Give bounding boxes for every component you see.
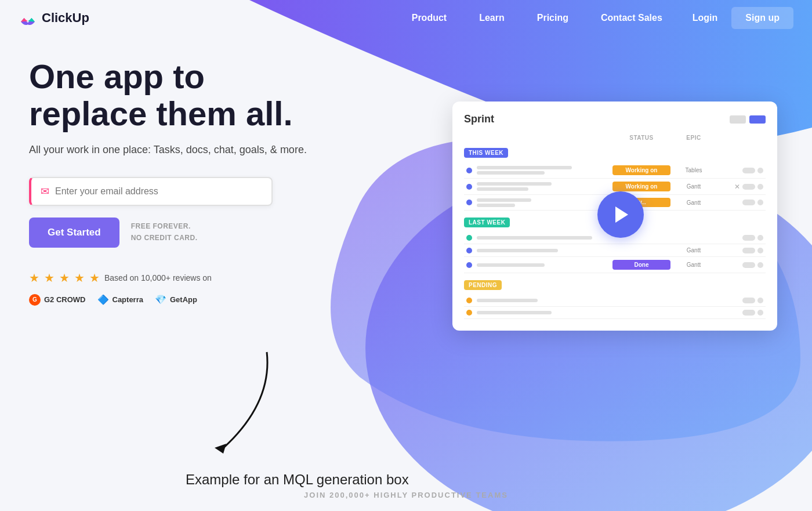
ctrl-rect-1 xyxy=(730,115,746,124)
task-dot xyxy=(466,298,472,303)
task-bar-area xyxy=(477,236,612,240)
task-row xyxy=(464,307,766,319)
task-bar-area xyxy=(477,249,612,252)
task-toggles xyxy=(717,310,763,316)
task-bar xyxy=(477,263,545,267)
task-bar xyxy=(477,204,515,207)
badge-getapp: 💎 GetApp xyxy=(155,294,197,305)
clickup-logo-icon xyxy=(19,9,37,27)
task-row: Gantt xyxy=(464,244,766,257)
task-row: Done Gantt xyxy=(464,257,766,273)
task-row: Working on Tables xyxy=(464,162,766,179)
star-4: ★ xyxy=(74,271,85,285)
task-bar xyxy=(477,311,552,314)
task-epic: Gantt xyxy=(670,200,717,206)
task-bar xyxy=(477,166,572,169)
badge-g2: G G2 CROWD xyxy=(29,294,86,306)
email-input[interactable] xyxy=(55,186,262,197)
task-toggles xyxy=(717,235,763,241)
star-5: ★ xyxy=(89,271,100,285)
section-label-thisweek: THIS WEEK xyxy=(464,148,508,158)
email-icon: ✉ xyxy=(41,185,49,198)
task-bar xyxy=(477,236,592,240)
task-bar-area xyxy=(477,263,612,267)
nav-pricing[interactable]: Pricing xyxy=(521,13,585,23)
task-dot xyxy=(466,235,472,241)
task-bar xyxy=(477,249,558,252)
nav-product[interactable]: Product xyxy=(396,13,463,23)
reviews-row: ★ ★ ★ ★ ★ Based on 10,000+ reviews on xyxy=(29,271,377,285)
hero-subtitle: All your work in one place: Tasks, docs,… xyxy=(29,144,377,156)
task-bar xyxy=(477,171,545,175)
section-pending: PENDING xyxy=(464,278,766,319)
task-bar-area xyxy=(477,182,612,191)
task-toggles xyxy=(717,200,763,205)
task-epic: Gantt xyxy=(670,262,717,268)
task-status: Working on xyxy=(612,182,670,191)
nav-links: Product Learn Pricing Contact Sales xyxy=(396,13,679,23)
task-dot xyxy=(466,168,472,173)
task-bar-area xyxy=(477,198,612,207)
task-bar xyxy=(477,182,552,186)
task-dot xyxy=(466,184,472,190)
task-bar xyxy=(477,187,528,191)
navbar: ClickUp Product Learn Pricing Contact Sa… xyxy=(0,0,812,36)
card-header: Sprint xyxy=(464,113,766,125)
task-toggles xyxy=(717,168,763,173)
free-text: FREE FOREVER. NO CREDIT CARD. xyxy=(131,221,198,243)
g2-icon: G xyxy=(29,294,41,306)
task-dot xyxy=(466,248,472,253)
task-status xyxy=(612,249,670,252)
task-bar-area xyxy=(477,311,612,314)
star-2: ★ xyxy=(44,271,55,285)
task-status xyxy=(612,311,670,314)
nav-contact-sales[interactable]: Contact Sales xyxy=(585,13,679,23)
task-toggles xyxy=(717,262,763,268)
reviews-text: Based on 10,000+ reviews on xyxy=(104,273,212,282)
card-title: Sprint xyxy=(464,113,494,125)
task-status: Done xyxy=(612,260,670,270)
task-bar-area xyxy=(477,166,612,175)
task-dot xyxy=(466,200,472,205)
brand-name: ClickUp xyxy=(42,10,89,26)
task-bar-area xyxy=(477,299,612,302)
badge-capterra: 🔷 Capterra xyxy=(97,294,143,305)
hero-title: One app to replace them all. xyxy=(29,58,377,132)
capterra-icon: 🔷 xyxy=(97,294,109,305)
nav-signup-button[interactable]: Sign up xyxy=(731,7,793,29)
task-toggles xyxy=(717,248,763,253)
task-bar xyxy=(477,198,531,202)
task-dot xyxy=(466,310,472,316)
task-toggles: ✕ xyxy=(717,183,763,191)
task-row xyxy=(464,295,766,307)
play-button[interactable] xyxy=(597,191,644,238)
task-status: Working on xyxy=(612,165,670,175)
svg-marker-1 xyxy=(215,444,226,454)
task-epic: Tables xyxy=(670,167,717,173)
task-epic: Gantt xyxy=(670,183,717,190)
task-dot xyxy=(466,262,472,268)
badges-row: G G2 CROWD 🔷 Capterra 💎 GetApp xyxy=(29,294,377,306)
hero-section: One app to replace them all. All your wo… xyxy=(29,58,377,306)
task-bar xyxy=(477,299,538,302)
ctrl-rect-2 xyxy=(749,115,766,124)
task-epic: Gantt xyxy=(670,247,717,253)
cta-row: Get Started FREE FOREVER. NO CREDIT CARD… xyxy=(29,218,377,248)
nav-learn[interactable]: Learn xyxy=(463,13,521,23)
task-toggles xyxy=(717,298,763,303)
annotation-container: Example for an MQL generation box xyxy=(174,346,290,465)
task-status xyxy=(612,299,670,302)
annotation-arrow xyxy=(174,346,290,462)
get-started-button[interactable]: Get Started xyxy=(29,218,119,248)
star-1: ★ xyxy=(29,271,39,285)
annotation-text: Example for an MQL generation box xyxy=(186,472,409,488)
section-label-lastweek: LAST WEEK xyxy=(464,218,510,227)
email-input-container: ✉ xyxy=(29,177,273,206)
footer-text: JOIN 200,000+ HIGHLY PRODUCTIVE TEAMS xyxy=(304,491,508,499)
logo-area[interactable]: ClickUp xyxy=(19,9,89,27)
card-controls xyxy=(730,115,766,124)
col-headers: STATUS EPIC xyxy=(464,135,766,141)
getapp-icon: 💎 xyxy=(155,294,166,305)
section-label-pending: PENDING xyxy=(464,280,502,290)
nav-login[interactable]: Login xyxy=(679,13,732,23)
